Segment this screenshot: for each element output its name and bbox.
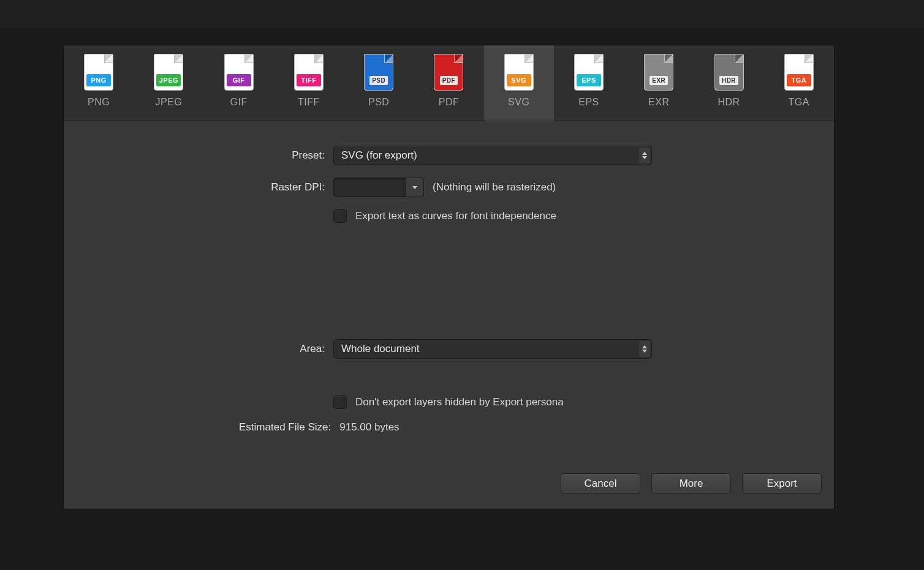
format-tab-eps[interactable]: EPSEPS: [554, 45, 624, 121]
format-tab-label: PSD: [368, 97, 389, 108]
rasterdpi-label: Raster DPI:: [88, 181, 333, 193]
export-text-as-curves-label: Export text as curves for font independe…: [355, 210, 556, 222]
export-options-body: Preset: SVG (for export) Raster DPI: (: [64, 121, 834, 433]
file-eps-icon: EPS: [574, 54, 604, 91]
format-tab-label: TGA: [789, 97, 809, 108]
file-psd-icon: PSD: [364, 54, 393, 91]
format-tab-tga[interactable]: TGATGA: [764, 45, 834, 121]
area-value: Whole document: [341, 343, 420, 355]
format-tab-bar: PNGPNGJPEGJPEGGIFGIFTIFFTIFFPSDPSDPDFPDF…: [64, 45, 834, 121]
preset-value: SVG (for export): [341, 149, 417, 162]
area-dropdown[interactable]: Whole document: [333, 339, 652, 359]
format-tab-label: TIFF: [298, 97, 320, 108]
format-tab-jpeg[interactable]: JPEGJPEG: [134, 45, 203, 121]
export-button[interactable]: Export: [742, 473, 822, 494]
file-jpeg-icon: JPEG: [154, 54, 183, 91]
app-background-upper: [0, 0, 924, 28]
format-tab-pdf[interactable]: PDFPDF: [414, 45, 483, 121]
dropdown-arrow-icon: [405, 178, 423, 197]
hide-layers-label: Don't export layers hidden by Export per…: [355, 396, 564, 408]
format-tab-label: EXR: [648, 97, 669, 108]
hide-layers-checkbox[interactable]: [333, 396, 347, 409]
export-text-as-curves-checkbox[interactable]: [333, 209, 347, 223]
file-exr-icon: EXR: [644, 54, 673, 91]
format-tab-label: EPS: [578, 97, 599, 108]
format-tab-tiff[interactable]: TIFFTIFF: [274, 45, 344, 121]
file-png-icon: PNG: [84, 54, 113, 91]
file-hdr-icon: HDR: [714, 54, 744, 91]
export-dialog: PNGPNGJPEGJPEGGIFGIFTIFFTIFFPSDPSDPDFPDF…: [64, 45, 834, 509]
dropdown-stepper-icon: [639, 341, 650, 357]
filesize-label: Estimated File Size:: [147, 421, 339, 433]
file-svg-icon: SVG: [504, 54, 534, 91]
dialog-button-row: Cancel More Export: [561, 473, 822, 494]
rasterdpi-hint: (Nothing will be rasterized): [433, 181, 556, 193]
format-tab-label: HDR: [718, 97, 740, 108]
filesize-value: 915.00 bytes: [339, 421, 399, 433]
file-tiff-icon: TIFF: [294, 54, 324, 91]
format-tab-gif[interactable]: GIFGIF: [204, 45, 274, 121]
preset-dropdown[interactable]: SVG (for export): [333, 146, 652, 165]
format-tab-label: PDF: [439, 97, 460, 108]
format-tab-hdr[interactable]: HDRHDR: [694, 45, 763, 121]
cancel-button[interactable]: Cancel: [561, 473, 640, 494]
preset-label: Preset:: [88, 149, 333, 162]
file-tga-icon: TGA: [784, 54, 814, 91]
dropdown-stepper-icon: [639, 148, 650, 163]
more-button[interactable]: More: [651, 473, 731, 494]
format-tab-label: SVG: [508, 97, 529, 108]
area-label: Area:: [88, 343, 333, 355]
format-tab-exr[interactable]: EXREXR: [624, 45, 694, 121]
format-tab-svg[interactable]: SVGSVG: [484, 45, 554, 121]
format-tab-psd[interactable]: PSDPSD: [344, 45, 414, 121]
format-tab-label: GIF: [230, 97, 248, 108]
file-pdf-icon: PDF: [434, 54, 463, 91]
format-tab-png[interactable]: PNGPNG: [64, 45, 134, 121]
format-tab-label: JPEG: [156, 97, 183, 108]
rasterdpi-input[interactable]: [333, 178, 424, 197]
format-tab-label: PNG: [88, 97, 110, 108]
file-gif-icon: GIF: [224, 54, 254, 91]
